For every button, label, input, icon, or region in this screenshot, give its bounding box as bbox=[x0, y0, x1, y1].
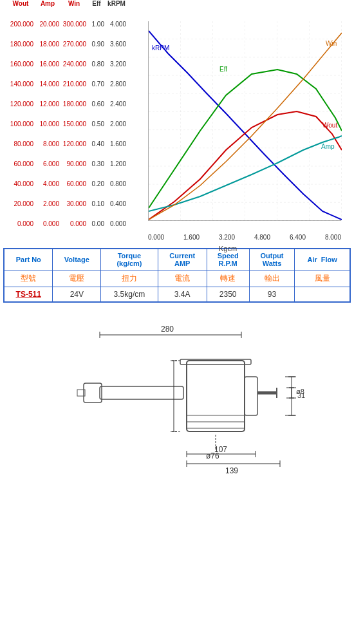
motor-body bbox=[187, 361, 245, 431]
dim-107: 107 bbox=[214, 445, 227, 454]
th-cn-output: 輸出 bbox=[249, 270, 295, 287]
table-section: Part No Voltage Torque(kg/cm) CurrentAMP… bbox=[3, 248, 351, 303]
th-cn-airflow: 風量 bbox=[295, 270, 350, 287]
table-header-cn-row: 型號 電壓 扭力 電流 轉速 輸出 風量 bbox=[4, 270, 350, 287]
svg-rect-3 bbox=[149, 21, 342, 221]
win-axis: 300.000 270.000 240.000 210.000 180.000 … bbox=[61, 21, 88, 227]
table-header-en-row: Part No Voltage Torque(kg/cm) CurrentAMP… bbox=[4, 249, 350, 270]
th-current: CurrentAMP bbox=[158, 249, 207, 270]
plot-area: kRPM Eff Wout Amp Win bbox=[148, 21, 341, 221]
wout-header: Wout bbox=[6, 0, 35, 7]
th-voltage: Voltage bbox=[53, 249, 101, 270]
eff-header: Eff bbox=[88, 0, 106, 7]
chart-svg: kRPM Eff Wout Amp Win bbox=[149, 21, 342, 221]
right-cap bbox=[245, 377, 257, 415]
th-part-no: Part No bbox=[4, 249, 53, 270]
td-current: 3.4A bbox=[158, 287, 207, 303]
mechanical-diagram: 280 ø76 139 107 bbox=[42, 316, 312, 483]
krpm-header: kRPM bbox=[106, 0, 127, 7]
y-axis-header-row: Wout Amp Win Eff kRPM bbox=[6, 0, 154, 7]
th-cn-part-no: 型號 bbox=[4, 270, 53, 287]
th-cn-voltage: 電壓 bbox=[53, 270, 101, 287]
amp-header: Amp bbox=[35, 0, 61, 7]
th-airflow: Air Flow bbox=[295, 249, 350, 270]
table-data-row: TS-511 24V 3.5kg/cm 3.4A 2350 93 bbox=[4, 287, 350, 303]
krpm-axis: 4.000 3.600 3.200 2.800 2.400 2.000 1.60… bbox=[106, 21, 127, 227]
td-torque: 3.5kg/cm bbox=[101, 287, 158, 303]
dim-280: 280 bbox=[161, 325, 174, 334]
chart-section: Wout Amp Win Eff kRPM 200.000 180.000 16… bbox=[0, 0, 354, 238]
chart-area: Wout Amp Win Eff kRPM 200.000 180.000 16… bbox=[6, 10, 341, 216]
y-axes: 200.000 180.000 160.000 140.000 120.000 … bbox=[6, 21, 148, 227]
cable-housing bbox=[100, 386, 183, 399]
th-torque: Torque(kg/cm) bbox=[101, 249, 158, 270]
wout-axis: 200.000 180.000 160.000 140.000 120.000 … bbox=[6, 21, 35, 227]
td-voltage: 24V bbox=[53, 287, 101, 303]
eff-label: Eff bbox=[219, 66, 227, 73]
td-output: 93 bbox=[249, 287, 295, 303]
specs-table: Part No Voltage Torque(kg/cm) CurrentAMP… bbox=[3, 248, 351, 303]
eff-axis: 1.00 0.90 0.80 0.70 0.60 0.50 0.40 0.30 … bbox=[88, 21, 106, 227]
th-output: OutputWatts bbox=[249, 249, 295, 270]
amp-axis: 20.000 18.000 16.000 14.000 12.000 10.00… bbox=[35, 21, 61, 227]
connector bbox=[84, 383, 102, 402]
wout-label: Wout bbox=[322, 122, 337, 129]
amp-label: Amp bbox=[321, 143, 335, 150]
td-airflow bbox=[295, 287, 350, 303]
diagram-section: 280 ø76 139 107 bbox=[3, 316, 351, 496]
dim-139: 139 bbox=[225, 466, 238, 475]
win-header: Win bbox=[61, 0, 88, 7]
th-cn-current: 電流 bbox=[158, 270, 207, 287]
dim-31: 31 bbox=[297, 392, 305, 399]
th-cn-torque: 扭力 bbox=[101, 270, 158, 287]
krpm-label: kRPM bbox=[152, 44, 169, 52]
td-speed: 2350 bbox=[207, 287, 249, 303]
win-label: Win bbox=[326, 40, 337, 47]
td-part-no: TS-511 bbox=[4, 287, 53, 303]
th-cn-speed: 轉速 bbox=[207, 270, 249, 287]
